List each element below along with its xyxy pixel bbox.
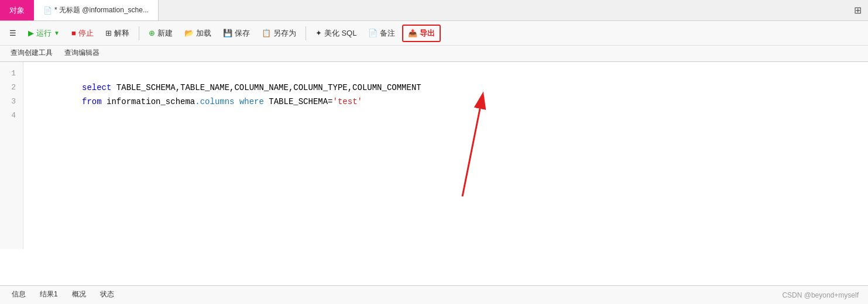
backup-button[interactable]: 📄 备注 [363, 26, 400, 41]
main-layout: ☰ ▶ 运行 ▼ ■ 停止 ⊞ 解释 ⊕ 新建 📂 加载 💾 保存 [0, 21, 868, 304]
title-bar: 对象 📄 * 无标题 @information_sche... ⊞ [0, 0, 868, 21]
select-fields: TABLE_SCHEMA,TABLE_NAME,COLUMN_NAME,COLU… [111, 83, 421, 92]
run-button[interactable]: ▶ 运行 ▼ [23, 26, 64, 41]
tab-query[interactable]: 📄 * 无标题 @information_sche... [34, 0, 159, 20]
line-num-1: 1 [5, 67, 16, 81]
stop-button[interactable]: ■ 停止 [67, 26, 98, 41]
menu-icon: ☰ [9, 29, 16, 37]
toolbar: ☰ ▶ 运行 ▼ ■ 停止 ⊞ 解释 ⊕ 新建 📂 加载 💾 保存 [0, 21, 868, 46]
save-as-button[interactable]: 📋 另存为 [257, 26, 301, 41]
keyword-from: from [82, 97, 102, 106]
export-button[interactable]: 📤 导出 [402, 25, 441, 42]
connect-icon[interactable]: ⊞ [847, 0, 868, 21]
table-name: columns [200, 97, 235, 106]
line-num-2: 2 [5, 81, 16, 95]
keyword-select: select [82, 83, 111, 92]
bottom-credit: CSDN @beyond+myself [782, 291, 863, 299]
where-condition: TABLE_SCHEMA= [264, 97, 333, 106]
string-value: 'test' [333, 97, 362, 106]
sub-toolbar: 查询创建工具 查询编辑器 [0, 46, 868, 62]
stop-icon: ■ [71, 29, 76, 37]
divider-2 [306, 26, 306, 40]
sub-tab-query-builder[interactable]: 查询创建工具 [5, 46, 59, 61]
keyword-where: where [239, 97, 264, 106]
save-button[interactable]: 💾 保存 [218, 26, 255, 41]
bottom-bar: 信息 结果1 概况 状态 CSDN @beyond+myself [0, 285, 868, 304]
run-icon: ▶ [28, 29, 34, 37]
tab-query-icon: 📄 [43, 6, 52, 15]
run-dropdown-icon: ▼ [54, 30, 60, 36]
bottom-tab-result[interactable]: 结果1 [33, 287, 65, 303]
menu-button[interactable]: ☰ [5, 26, 21, 40]
explain-icon: ⊞ [105, 29, 112, 37]
export-icon: 📤 [408, 29, 417, 37]
schema-name: information_schema [102, 97, 195, 106]
new-button[interactable]: ⊕ 新建 [144, 26, 177, 41]
dot: . [195, 97, 200, 106]
editor-content: 1 2 3 4 select TABLE_SCHEMA,TABLE_NAME,C… [0, 62, 868, 249]
bottom-tab-status[interactable]: 状态 [93, 287, 121, 303]
explain-button[interactable]: ⊞ 解释 [101, 26, 134, 41]
editor-area[interactable]: 1 2 3 4 select TABLE_SCHEMA,TABLE_NAME,C… [0, 62, 868, 285]
save-as-icon: 📋 [262, 29, 271, 37]
line-num-4: 4 [5, 109, 16, 123]
load-button[interactable]: 📂 加载 [180, 26, 216, 41]
tab-object[interactable]: 对象 [0, 0, 34, 20]
new-icon: ⊕ [149, 29, 155, 37]
sub-tab-query-editor[interactable]: 查询编辑器 [59, 46, 105, 61]
load-icon: 📂 [184, 29, 194, 37]
divider-1 [139, 26, 139, 40]
bottom-tab-info[interactable]: 信息 [5, 287, 33, 303]
beautify-button[interactable]: ✦ 美化 SQL [311, 26, 362, 41]
space [234, 97, 239, 106]
code-line-1: select TABLE_SCHEMA,TABLE_NAME,COLUMN_NA… [33, 67, 859, 81]
tab-query-label: * 无标题 @information_sche... [54, 5, 149, 15]
code-lines: select TABLE_SCHEMA,TABLE_NAME,COLUMN_NA… [23, 62, 868, 249]
save-icon: 💾 [223, 29, 232, 37]
line-numbers: 1 2 3 4 [0, 62, 23, 249]
title-bar-spacer [159, 0, 847, 20]
code-line-4 [33, 109, 859, 123]
bottom-tab-overview[interactable]: 概况 [65, 287, 93, 303]
backup-icon: 📄 [368, 29, 378, 37]
beautify-icon: ✦ [315, 29, 322, 37]
line-num-3: 3 [5, 95, 16, 109]
